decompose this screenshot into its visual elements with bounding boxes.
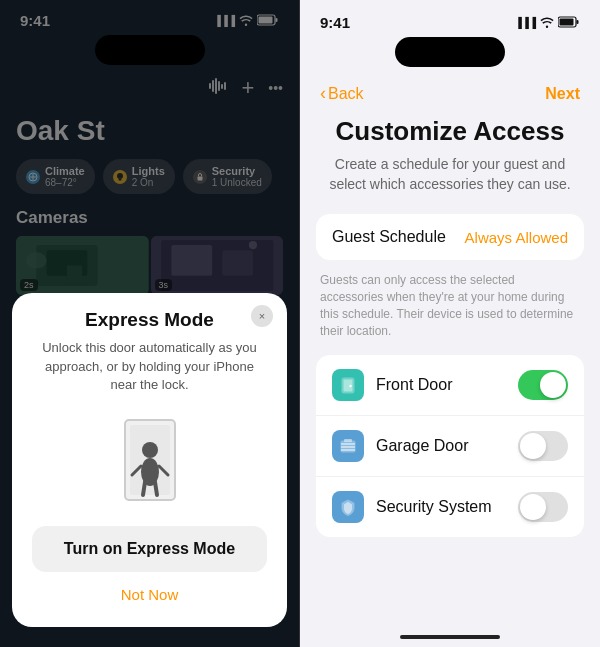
right-status-bar: 9:41 ▐▐▐	[300, 0, 600, 37]
right-phone: 9:41 ▐▐▐ ‹ Back Next Cus	[300, 0, 600, 647]
garage-door-toggle-knob	[520, 433, 546, 459]
security-system-toggle[interactable]	[518, 492, 568, 522]
right-status-icons: ▐▐▐	[515, 16, 580, 30]
front-door-name: Front Door	[376, 376, 506, 394]
front-door-toggle[interactable]	[518, 370, 568, 400]
right-dynamic-island	[395, 37, 505, 67]
garage-door-toggle[interactable]	[518, 431, 568, 461]
back-label: Back	[328, 85, 364, 103]
close-icon: ×	[259, 310, 265, 322]
accessories-list: Front Door Garage Door	[316, 355, 584, 537]
right-wifi-icon	[540, 16, 554, 30]
right-battery-icon	[558, 16, 580, 30]
schedule-label: Guest Schedule	[332, 228, 446, 246]
back-button[interactable]: ‹ Back	[320, 83, 364, 104]
schedule-value: Always Allowed	[465, 229, 568, 246]
modal-close-button[interactable]: ×	[251, 305, 273, 327]
garage-door-row: Garage Door	[316, 416, 584, 477]
security-system-row: Security System	[316, 477, 584, 537]
right-signal-icon: ▐▐▐	[515, 17, 536, 28]
left-phone: 9:41 ▐▐▐	[0, 0, 300, 647]
express-mode-description: Unlock this door automatically as you ap…	[32, 339, 267, 394]
schedule-note: Guests can only access the selected acce…	[300, 272, 600, 355]
not-now-button[interactable]: Not Now	[32, 582, 267, 607]
right-time: 9:41	[320, 14, 350, 31]
front-door-toggle-knob	[540, 372, 566, 398]
nav-bar: ‹ Back Next	[300, 75, 600, 116]
svg-line-36	[143, 482, 145, 495]
schedule-card[interactable]: Guest Schedule Always Allowed	[316, 214, 584, 260]
security-system-toggle-knob	[520, 494, 546, 520]
express-mode-title: Express Mode	[32, 309, 267, 331]
express-modal: × Express Mode Unlock this door automati…	[12, 293, 287, 627]
turn-on-express-mode-button[interactable]: Turn on Express Mode	[32, 526, 267, 572]
garage-door-name: Garage Door	[376, 437, 506, 455]
chevron-left-icon: ‹	[320, 83, 326, 104]
svg-rect-41	[577, 20, 579, 24]
security-system-icon	[332, 491, 364, 523]
door-figure	[32, 410, 267, 510]
security-system-name: Security System	[376, 498, 506, 516]
svg-rect-50	[344, 439, 352, 442]
front-door-row: Front Door	[316, 355, 584, 416]
page-title: Customize Access	[300, 116, 600, 155]
garage-door-icon	[332, 430, 364, 462]
front-door-icon	[332, 369, 364, 401]
svg-rect-42	[560, 18, 574, 25]
page-subtitle: Create a schedule for your guest and sel…	[300, 155, 600, 214]
next-button[interactable]: Next	[545, 85, 580, 103]
svg-point-45	[349, 385, 351, 387]
svg-point-34	[142, 442, 158, 458]
modal-overlay: × Express Mode Unlock this door automati…	[0, 0, 299, 647]
svg-line-37	[155, 482, 157, 495]
home-indicator	[400, 635, 500, 639]
